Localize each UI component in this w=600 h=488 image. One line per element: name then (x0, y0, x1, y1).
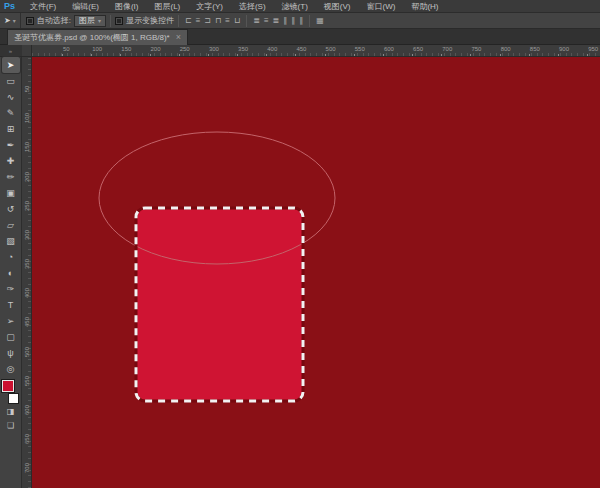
document-tab-bar: 圣诞节优惠券.psd @ 100%(椭圆 1, RGB/8)* × (0, 29, 600, 45)
crop-tool[interactable]: ⊞ (2, 121, 20, 137)
align-right-edges-icon[interactable]: ⊐ (202, 16, 213, 25)
lasso-tool[interactable]: ∿ (2, 89, 20, 105)
ruler-tick-label: 650 (413, 46, 423, 52)
ruler-tick-label: 850 (530, 46, 540, 52)
ruler-tick-label: 100 (92, 46, 102, 52)
show-transform-checkbox[interactable]: 显示变换控件 (115, 15, 174, 26)
foreground-color-swatch[interactable] (2, 380, 14, 392)
divider (309, 15, 310, 27)
ruler-tick-label: 650 (24, 434, 30, 444)
ruler-tick-label: 250 (24, 201, 30, 211)
tool-list: ➤▭∿✎⊞✒✚✏▣↺▱▧◔◐✑T➢▢ψ◎ (2, 57, 20, 377)
distribute-top-edges-icon[interactable]: ≣ (251, 16, 262, 25)
type-tool[interactable]: T (2, 297, 20, 313)
menu-item-view[interactable]: 视图(V) (316, 0, 359, 13)
zoom-tool[interactable]: ◎ (2, 361, 20, 377)
auto-select-checkbox[interactable]: 自动选择: (26, 15, 71, 26)
ruler-tick-label: 50 (63, 46, 70, 52)
menu-item-filter[interactable]: 滤镜(T) (274, 0, 316, 13)
ruler-tick-label: 750 (471, 46, 481, 52)
photoshop-window: Ps 文件(F)编辑(E)图像(I)图层(L)文字(Y)选择(S)滤镜(T)视图… (0, 0, 600, 488)
ruler-tick-label: 500 (24, 347, 30, 357)
color-swatches (2, 380, 20, 404)
ruler-tick-label: 500 (326, 46, 336, 52)
options-bar: ➤ ▾ 自动选择: 图层 ▾ 显示变换控件 ⊏≡⊐⊓≡⊔ ≣≡≣∥∥∥ ▦ (0, 13, 600, 29)
background-color-swatch[interactable] (8, 393, 19, 404)
eyedropper-tool[interactable]: ✒ (2, 137, 20, 153)
hand-tool[interactable]: ψ (2, 345, 20, 361)
align-top-edges-icon[interactable]: ⊓ (213, 16, 223, 25)
ruler-tick-label: 350 (24, 259, 30, 269)
dodge-tool[interactable]: ◐ (2, 265, 20, 281)
ruler-tick-label: 600 (384, 46, 394, 52)
ruler-origin-corner[interactable] (22, 45, 32, 57)
ruler-tick-label: 150 (24, 142, 30, 152)
ruler-tick-label: 950 (588, 46, 598, 52)
align-icons-group: ⊏≡⊐⊓≡⊔ (183, 16, 242, 25)
ruler-tick-label: 250 (180, 46, 190, 52)
align-left-edges-icon[interactable]: ⊏ (183, 16, 194, 25)
ruler-tick-label: 50 (24, 84, 30, 94)
ruler-tick-label: 600 (24, 405, 30, 415)
tools-panel: » ➤▭∿✎⊞✒✚✏▣↺▱▧◔◐✑T➢▢ψ◎ ◨ ❏ (0, 45, 22, 488)
pen-tool[interactable]: ✑ (2, 281, 20, 297)
ruler-tick-label: 200 (151, 46, 161, 52)
distribute-vertical-centers-icon[interactable]: ≡ (262, 16, 271, 25)
move-tool[interactable]: ➤ (2, 57, 20, 73)
show-transform-label: 显示变换控件 (126, 15, 174, 26)
eraser-tool[interactable]: ▱ (2, 217, 20, 233)
quick-mask-button[interactable]: ◨ (2, 405, 20, 419)
quick-selection-tool[interactable]: ✎ (2, 105, 20, 121)
ruler-tick-label: 800 (501, 46, 511, 52)
gradient-tool[interactable]: ▧ (2, 233, 20, 249)
ruler-tick-label: 450 (24, 317, 30, 327)
ruler-tick-label: 350 (238, 46, 248, 52)
distribute-bottom-edges-icon[interactable]: ≣ (271, 16, 282, 25)
menu-item-window[interactable]: 窗口(W) (358, 0, 403, 13)
menu-item-file[interactable]: 文件(F) (22, 0, 64, 13)
horizontal-ruler[interactable]: 5010015020025030035040045050055060065070… (32, 45, 600, 57)
photoshop-logo: Ps (0, 1, 22, 11)
menu-item-edit[interactable]: 编辑(E) (64, 0, 107, 13)
menu-item-type[interactable]: 文字(Y) (188, 0, 231, 13)
menu-item-image[interactable]: 图像(I) (107, 0, 147, 13)
distribute-right-edges-icon[interactable]: ∥ (297, 16, 305, 25)
rectangular-marquee-tool[interactable]: ▭ (2, 73, 20, 89)
auto-select-dropdown[interactable]: 图层 ▾ (74, 15, 106, 27)
divider (178, 15, 179, 27)
divider (246, 15, 247, 27)
brush-tool[interactable]: ✏ (2, 169, 20, 185)
close-tab-icon[interactable]: × (176, 33, 181, 42)
clone-stamp-tool[interactable]: ▣ (2, 185, 20, 201)
menu-item-help[interactable]: 帮助(H) (403, 0, 446, 13)
auto-align-layers-icon[interactable]: ▦ (314, 16, 326, 25)
ruler-tick-label: 300 (209, 46, 219, 52)
collapse-panel-icon[interactable]: » (0, 45, 22, 57)
checkbox-box (115, 17, 123, 25)
distribute-icons-group: ≣≡≣∥∥∥ (251, 16, 305, 25)
tool-preset-picker[interactable]: ➤ ▾ (0, 13, 21, 28)
menu-item-layer[interactable]: 图层(L) (146, 0, 188, 13)
divider (110, 15, 111, 27)
selection-fill-shape (136, 208, 303, 401)
spot-healing-brush-tool[interactable]: ✚ (2, 153, 20, 169)
align-bottom-edges-icon[interactable]: ⊔ (232, 16, 242, 25)
ruler-tick-label: 550 (355, 46, 365, 52)
extra-icons-group: ▦ (314, 16, 326, 25)
rectangle-shape-tool[interactable]: ▢ (2, 329, 20, 345)
document-tab[interactable]: 圣诞节优惠券.psd @ 100%(椭圆 1, RGB/8)* × (7, 29, 188, 45)
ruler-tick-label: 450 (296, 46, 306, 52)
canvas-background (32, 57, 600, 488)
blur-tool[interactable]: ◔ (2, 249, 20, 265)
align-vertical-centers-icon[interactable]: ≡ (223, 16, 232, 25)
screen-mode-button[interactable]: ❏ (2, 419, 20, 433)
ruler-tick-label: 900 (559, 46, 569, 52)
canvas[interactable] (32, 57, 600, 488)
history-brush-tool[interactable]: ↺ (2, 201, 20, 217)
path-selection-tool[interactable]: ➢ (2, 313, 20, 329)
ruler-tick-label: 100 (24, 113, 30, 123)
menu-item-select[interactable]: 选择(S) (231, 0, 274, 13)
ruler-tick-label: 150 (121, 46, 131, 52)
vertical-ruler[interactable]: 5010015020025030035040045050055060065070… (22, 57, 32, 488)
ruler-tick-label: 700 (442, 46, 452, 52)
